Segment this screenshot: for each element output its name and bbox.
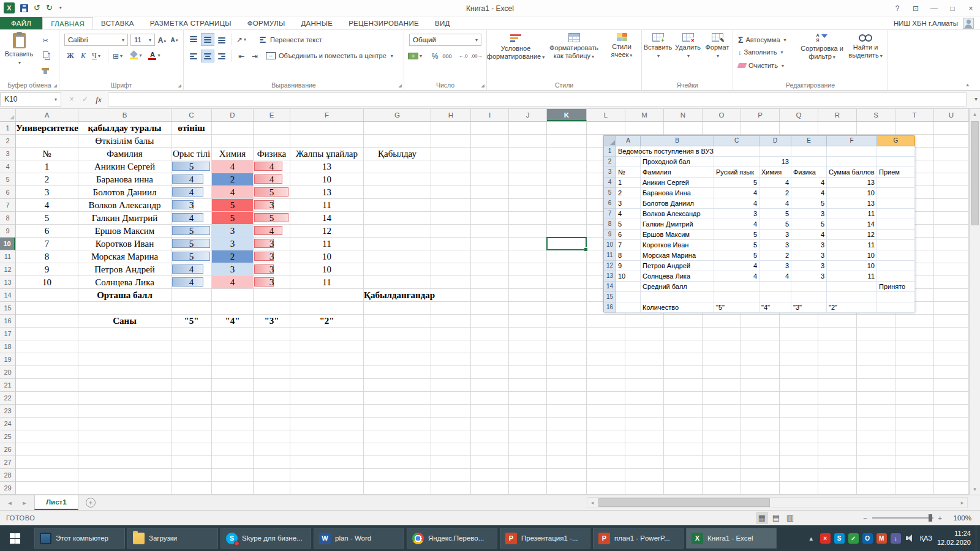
formula-input[interactable]	[108, 92, 967, 107]
row-header-23[interactable]: 23	[0, 405, 15, 418]
cell-F16[interactable]: "2"	[290, 315, 363, 327]
cut-button[interactable]: ✂	[39, 35, 51, 47]
cell-G14[interactable]: Қабылданғандар	[364, 289, 431, 301]
column-header-B[interactable]: B	[78, 109, 172, 121]
row-header-17[interactable]: 17	[0, 328, 15, 340]
merge-center-button[interactable]: Объединить и поместить в центре▾	[266, 52, 393, 59]
cell-D7[interactable]: 5	[212, 199, 253, 211]
wrap-text-button[interactable]: Перенести текст	[258, 36, 322, 44]
cell-B13[interactable]: Солнцева Лика	[78, 276, 171, 288]
column-header-G[interactable]: G	[364, 109, 431, 121]
delete-cells-button[interactable]: × Удалить▾	[674, 33, 702, 60]
cell-E6[interactable]: 5	[254, 186, 290, 198]
cell-C9[interactable]: 5	[172, 225, 211, 237]
row-header-15[interactable]: 15	[0, 302, 15, 315]
column-header-I[interactable]: I	[471, 109, 509, 121]
column-header-O[interactable]: O	[703, 109, 741, 121]
horizontal-scrollbar[interactable]: ◂ ▸	[587, 497, 968, 508]
ribbon-tab-1[interactable]: ФАЙЛ	[0, 17, 42, 29]
skype-tray-icon[interactable]: S	[834, 533, 845, 544]
cell-E12[interactable]: 3	[254, 263, 290, 276]
page-break-view-button[interactable]: ▥	[784, 512, 796, 524]
cell-C8[interactable]: 4	[172, 212, 211, 224]
clipboard-dialog-launcher[interactable]: ◢	[54, 83, 57, 88]
cell-E13[interactable]: 3	[254, 276, 290, 288]
cell-B1[interactable]: қабылдау туралы	[78, 122, 171, 134]
cell-D4[interactable]: 4	[212, 160, 253, 173]
cell-C3[interactable]: Орыс тілі	[172, 148, 211, 160]
language-indicator[interactable]: ҚАЗ	[920, 534, 932, 542]
cell-C12[interactable]: 4	[172, 263, 211, 276]
cell-D11[interactable]: 2	[212, 250, 253, 263]
orientation-button[interactable]: ↗▾	[235, 34, 247, 45]
minimize-button[interactable]: —	[925, 0, 943, 17]
insert-cells-button[interactable]: + Вставить▾	[643, 33, 673, 60]
italic-button[interactable]: К	[77, 50, 89, 62]
cell-D6[interactable]: 4	[212, 186, 253, 198]
row-header-28[interactable]: 28	[0, 469, 15, 482]
taskbar-button-3[interactable]: SSkype для бизне...	[221, 528, 311, 549]
alignment-dialog-launcher[interactable]: ◢	[399, 83, 402, 88]
cell-A3[interactable]: №	[16, 148, 78, 160]
zoom-slider-thumb[interactable]	[929, 514, 932, 522]
cell-C4[interactable]: 5	[172, 160, 211, 173]
cell-E10[interactable]: 3	[254, 238, 290, 250]
normal-view-button[interactable]: ▦	[756, 512, 768, 524]
cell-F5[interactable]: 10	[290, 173, 363, 186]
cell-C10[interactable]: 5	[172, 238, 211, 250]
paste-button[interactable]: Вставить▾	[5, 33, 33, 67]
row-header-10[interactable]: 10	[0, 238, 15, 250]
row-header-11[interactable]: 11	[0, 250, 15, 263]
row-header-6[interactable]: 6	[0, 186, 15, 199]
page-layout-view-button[interactable]: ▤	[770, 512, 782, 524]
help-button[interactable]: ?	[888, 0, 907, 17]
cell-B10[interactable]: Коротков Иван	[78, 238, 171, 250]
cell-A8[interactable]: 5	[16, 212, 78, 224]
cell-B8[interactable]: Галкин Дмитрий	[78, 212, 171, 224]
taskbar-button-6[interactable]: PПрезентация1 -...	[500, 528, 590, 549]
align-left-button[interactable]	[187, 50, 200, 62]
increase-decimal-button[interactable]: ←.0	[457, 50, 469, 62]
number-format-select[interactable]: Общий▾	[409, 34, 481, 46]
cell-B16[interactable]: Саны	[78, 315, 171, 327]
cell-D5[interactable]: 2	[212, 173, 253, 186]
cell-B2[interactable]: Өткізілім балы	[78, 135, 171, 147]
autosum-button[interactable]: ΣАвтосумма▾	[738, 35, 786, 45]
cell-E7[interactable]: 3	[254, 199, 290, 211]
zoom-in-button[interactable]: +	[938, 514, 942, 522]
start-button[interactable]	[0, 525, 29, 551]
column-header-C[interactable]: C	[172, 109, 212, 121]
row-header-5[interactable]: 5	[0, 173, 15, 186]
sort-filter-button[interactable]: АЯ Сортировка и фильтр▾	[799, 33, 845, 61]
scroll-right-button[interactable]: ▸	[957, 498, 967, 508]
prev-sheet-button[interactable]: ◂	[2, 495, 17, 510]
cell-B9[interactable]: Ершов Максим	[78, 225, 171, 237]
align-right-button[interactable]	[216, 50, 228, 62]
cell-A5[interactable]: 2	[16, 173, 78, 186]
cell-B12[interactable]: Петров Андрей	[78, 263, 171, 276]
volume-icon[interactable]	[906, 534, 915, 542]
cell-C16[interactable]: "5"	[172, 315, 211, 327]
ribbon-display-options-button[interactable]: ⊡	[907, 0, 925, 17]
cell-A6[interactable]: 3	[16, 186, 78, 198]
row-header-20[interactable]: 20	[0, 366, 15, 379]
show-desktop-button[interactable]	[976, 525, 979, 551]
cell-B6[interactable]: Болотов Даниил	[78, 186, 171, 198]
row-header-4[interactable]: 4	[0, 160, 15, 173]
taskbar-button-1[interactable]: Этот компьютер	[34, 528, 125, 549]
formula-bar-expand-button[interactable]: ▾	[974, 96, 978, 102]
row-header-12[interactable]: 12	[0, 263, 15, 276]
fill-button[interactable]: ↓Заполнить▾	[738, 48, 783, 56]
ribbon-tab-7[interactable]: РЕЦЕНЗИРОВАНИЕ	[341, 17, 427, 29]
cell-D10[interactable]: 3	[212, 238, 253, 250]
cell-styles-button[interactable]: Стили ячеек▾	[605, 33, 639, 59]
maximize-button[interactable]: □	[943, 0, 962, 17]
cell-A13[interactable]: 10	[16, 276, 78, 288]
scroll-left-button[interactable]: ◂	[587, 498, 597, 508]
cell-E8[interactable]: 5	[254, 212, 290, 224]
font-dialog-launcher[interactable]: ◢	[178, 83, 181, 88]
column-header-Q[interactable]: Q	[780, 109, 818, 121]
ribbon-tab-3[interactable]: ВСТАВКА	[93, 17, 142, 29]
row-header-26[interactable]: 26	[0, 443, 15, 456]
column-header-N[interactable]: N	[664, 109, 703, 121]
